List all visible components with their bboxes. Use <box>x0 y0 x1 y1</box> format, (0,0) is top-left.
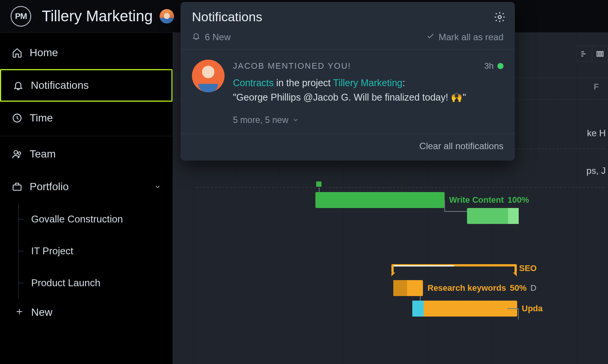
portfolio-item-product-launch[interactable]: Product Launch <box>18 267 173 299</box>
svg-rect-5 <box>599 52 601 57</box>
unread-dot-icon <box>497 63 504 69</box>
notification-item[interactable]: JACOB MENTIONED YOU! 3h Contracts in the… <box>180 50 515 134</box>
nav-team[interactable]: Team <box>0 138 173 170</box>
nav-home[interactable]: Home <box>0 36 173 69</box>
nav-time[interactable]: Time <box>0 102 173 134</box>
gantt-bar-research-keywords[interactable]: Research keywords50%D <box>393 280 423 296</box>
notifications-panel: Notifications 6 New Mark all as read JAC… <box>180 2 515 161</box>
milestone-marker[interactable] <box>315 181 322 188</box>
sidebar-divider <box>0 136 173 136</box>
plus-icon <box>15 306 24 318</box>
new-count-label: 6 New <box>205 32 231 43</box>
gantt-bar-seo-summary[interactable]: SEO <box>391 264 517 273</box>
bell-icon <box>13 80 24 91</box>
notification-avatar <box>192 60 225 92</box>
bell-small-icon <box>192 32 200 43</box>
gantt-bar-label: SEO <box>515 263 537 273</box>
briefcase-icon <box>11 181 23 192</box>
gantt-connector <box>444 211 467 212</box>
notification-project-link[interactable]: Tillery Marketing <box>333 77 402 88</box>
mark-all-read-button[interactable]: Mark all as read <box>426 32 504 43</box>
notification-more-toggle[interactable]: 5 more, 5 new <box>233 113 504 127</box>
app-logo[interactable]: PM <box>11 6 31 27</box>
clear-all-button[interactable]: Clear all notifications <box>180 134 515 161</box>
nav-team-label: Team <box>30 148 55 160</box>
check-icon <box>426 32 435 43</box>
sidebar: Home Notifications Time Team Portf <box>0 33 173 364</box>
portfolio-item-label: IT Project <box>31 245 73 257</box>
notification-text: Contracts in the project Tillery Marketi… <box>233 76 504 90</box>
home-icon <box>11 47 23 58</box>
gantt-bar-write-content-group[interactable]: Write Content100% <box>315 192 445 208</box>
gantt-bar-write-content[interactable] <box>467 208 519 224</box>
nav-time-label: Time <box>30 112 53 124</box>
timeline-view-icon[interactable] <box>592 46 608 62</box>
portfolio-item-label: Product Launch <box>31 277 100 289</box>
team-icon <box>11 148 23 160</box>
gantt-connector <box>507 308 519 309</box>
nav-new[interactable]: New <box>0 299 173 326</box>
mark-all-label: Mark all as read <box>439 32 504 43</box>
nav-portfolio-label: Portfolio <box>30 181 69 193</box>
notification-time: 3h <box>484 60 504 72</box>
svg-point-2 <box>18 152 21 154</box>
portfolio-subtree: Govalle Construction IT Project Product … <box>0 203 173 299</box>
gantt-bar-label: Research keywords50%D <box>423 283 537 293</box>
clock-icon <box>11 112 23 124</box>
gear-icon[interactable] <box>494 11 506 25</box>
portfolio-item-govalle[interactable]: Govalle Construction <box>18 203 173 235</box>
notification-header-text: JACOB MENTIONED YOU! <box>233 60 351 72</box>
svg-point-7 <box>498 16 501 19</box>
gantt-bar-label: Write Content100% <box>445 195 529 205</box>
nav-notifications-label: Notifications <box>31 79 89 91</box>
svg-rect-6 <box>602 52 603 57</box>
svg-rect-4 <box>597 52 598 57</box>
notification-body: "George Phillips @Jacob G. Will be final… <box>233 90 504 105</box>
gantt-bar-label: Upda <box>517 304 543 314</box>
assignee-avatar-small[interactable] <box>160 9 174 24</box>
notification-content: JACOB MENTIONED YOU! 3h Contracts in the… <box>233 60 504 127</box>
gantt-view-icon[interactable] <box>576 46 592 62</box>
chevron-down-icon <box>154 181 161 193</box>
project-title: Tillery Marketing <box>42 8 153 25</box>
portfolio-item-it[interactable]: IT Project <box>18 235 173 267</box>
gantt-connector <box>444 200 445 211</box>
nav-portfolio[interactable]: Portfolio <box>0 170 173 203</box>
notifications-title: Notifications <box>192 9 504 24</box>
nav-home-label: Home <box>30 47 58 59</box>
nav-new-label: New <box>31 306 52 318</box>
notifications-header: Notifications <box>180 2 515 28</box>
gantt-row-text: ke H <box>587 128 606 139</box>
gantt-bar-update[interactable]: Upda <box>412 301 517 317</box>
gantt-row-guide <box>196 187 604 192</box>
svg-rect-3 <box>13 185 21 190</box>
notifications-subheader: 6 New Mark all as read <box>180 28 515 50</box>
gantt-day-header: F <box>594 82 599 92</box>
portfolio-item-label: Govalle Construction <box>31 213 123 225</box>
notification-task-link[interactable]: Contracts <box>233 77 274 88</box>
svg-point-1 <box>14 151 17 154</box>
view-switch <box>576 46 608 62</box>
gantt-connector <box>518 308 519 320</box>
gantt-row-text: ps, J <box>586 165 606 176</box>
nav-notifications[interactable]: Notifications <box>0 69 173 102</box>
